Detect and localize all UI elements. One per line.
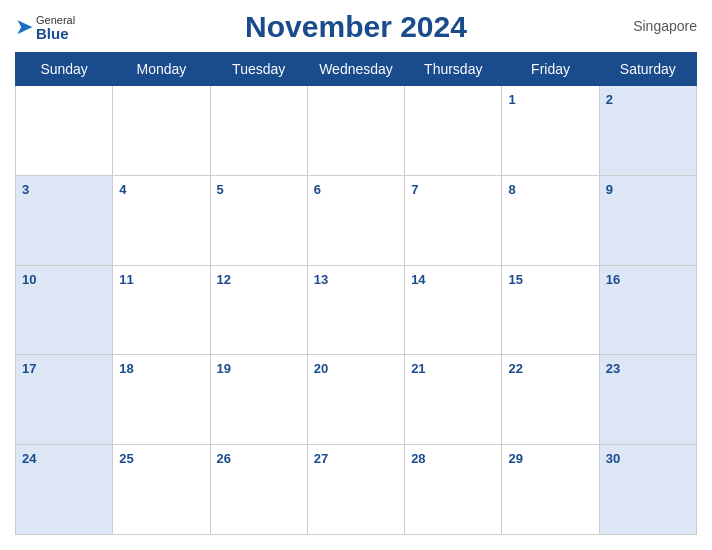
date-20: 20	[314, 361, 328, 376]
table-row: 23	[599, 355, 696, 445]
week-row-4: 17181920212223	[16, 355, 697, 445]
table-row: 9	[599, 175, 696, 265]
logo-general: General	[36, 14, 75, 26]
date-9: 9	[606, 182, 613, 197]
date-8: 8	[508, 182, 515, 197]
table-row: 17	[16, 355, 113, 445]
date-4: 4	[119, 182, 126, 197]
table-row	[210, 86, 307, 176]
date-23: 23	[606, 361, 620, 376]
logo: ➤ General Blue	[15, 14, 75, 41]
table-row	[307, 86, 404, 176]
date-13: 13	[314, 272, 328, 287]
header-saturday: Saturday	[599, 53, 696, 86]
calendar-header: ➤ General Blue November 2024 Singapore	[15, 10, 697, 44]
header-tuesday: Tuesday	[210, 53, 307, 86]
table-row: 2	[599, 86, 696, 176]
date-3: 3	[22, 182, 29, 197]
date-26: 26	[217, 451, 231, 466]
header-monday: Monday	[113, 53, 210, 86]
table-row: 11	[113, 265, 210, 355]
week-row-5: 24252627282930	[16, 445, 697, 535]
table-row	[113, 86, 210, 176]
table-row: 21	[405, 355, 502, 445]
table-row: 28	[405, 445, 502, 535]
calendar-table: Sunday Monday Tuesday Wednesday Thursday…	[15, 52, 697, 535]
logo-blue: Blue	[36, 26, 75, 41]
week-row-3: 10111213141516	[16, 265, 697, 355]
date-24: 24	[22, 451, 36, 466]
date-11: 11	[119, 272, 133, 287]
header-thursday: Thursday	[405, 53, 502, 86]
date-1: 1	[508, 92, 515, 107]
date-18: 18	[119, 361, 133, 376]
calendar-title: November 2024	[245, 10, 467, 44]
table-row: 30	[599, 445, 696, 535]
date-30: 30	[606, 451, 620, 466]
table-row: 20	[307, 355, 404, 445]
logo-bird-icon: ➤	[15, 14, 33, 40]
table-row: 6	[307, 175, 404, 265]
date-25: 25	[119, 451, 133, 466]
table-row: 3	[16, 175, 113, 265]
table-row: 12	[210, 265, 307, 355]
date-21: 21	[411, 361, 425, 376]
date-14: 14	[411, 272, 425, 287]
table-row: 15	[502, 265, 599, 355]
table-row: 13	[307, 265, 404, 355]
date-22: 22	[508, 361, 522, 376]
header-sunday: Sunday	[16, 53, 113, 86]
week-row-2: 3456789	[16, 175, 697, 265]
table-row: 27	[307, 445, 404, 535]
date-17: 17	[22, 361, 36, 376]
table-row: 26	[210, 445, 307, 535]
table-row: 24	[16, 445, 113, 535]
date-7: 7	[411, 182, 418, 197]
date-12: 12	[217, 272, 231, 287]
table-row: 14	[405, 265, 502, 355]
table-row: 7	[405, 175, 502, 265]
date-2: 2	[606, 92, 613, 107]
date-19: 19	[217, 361, 231, 376]
table-row	[16, 86, 113, 176]
day-headers: Sunday Monday Tuesday Wednesday Thursday…	[16, 53, 697, 86]
table-row: 19	[210, 355, 307, 445]
week-row-1: 12	[16, 86, 697, 176]
date-27: 27	[314, 451, 328, 466]
table-row: 25	[113, 445, 210, 535]
header-friday: Friday	[502, 53, 599, 86]
date-28: 28	[411, 451, 425, 466]
table-row: 8	[502, 175, 599, 265]
table-row: 10	[16, 265, 113, 355]
table-row: 5	[210, 175, 307, 265]
country-label: Singapore	[633, 18, 697, 34]
table-row: 29	[502, 445, 599, 535]
table-row: 1	[502, 86, 599, 176]
date-16: 16	[606, 272, 620, 287]
date-6: 6	[314, 182, 321, 197]
table-row: 4	[113, 175, 210, 265]
table-row: 16	[599, 265, 696, 355]
table-row: 18	[113, 355, 210, 445]
table-row	[405, 86, 502, 176]
date-10: 10	[22, 272, 36, 287]
table-row: 22	[502, 355, 599, 445]
date-5: 5	[217, 182, 224, 197]
header-wednesday: Wednesday	[307, 53, 404, 86]
date-29: 29	[508, 451, 522, 466]
date-15: 15	[508, 272, 522, 287]
